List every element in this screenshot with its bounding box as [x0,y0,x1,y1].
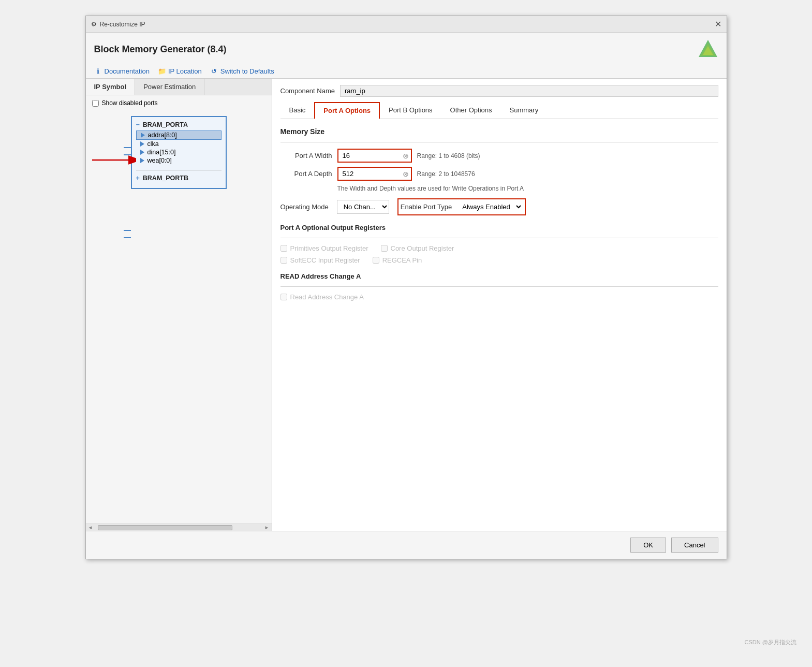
enable-port-wrapper: Enable Port Type Always Enabled Use ENA … [397,198,526,215]
memory-size-title: Memory Size [280,127,718,136]
regcea-pin[interactable]: REGCEA Pin [373,256,422,264]
port-a-width-label: Port A Width [280,152,332,160]
regcea-pin-label: REGCEA Pin [382,256,422,264]
ip-symbol-area: − BRAM_PORTA addra[8:0] clka [86,111,272,524]
right-panel: Component Name Basic Port A Options Port… [272,79,727,531]
port-wea[interactable]: wea[0:0] [136,156,222,165]
enable-port-type-select[interactable]: Always Enabled Use ENA Pin [456,200,523,213]
ok-button[interactable]: OK [630,538,666,553]
port-a-width-clear[interactable]: ⊗ [401,152,411,160]
bram-porta-label: BRAM_PORTA [143,121,188,128]
watermark: CSDN @岁月指尖流 [745,639,796,646]
wea-arrow [140,158,144,163]
core-output-register-label: Core Output Register [391,244,454,252]
read-address-change-a-label: Read Address Change A [290,293,364,301]
softecc-input-register-label: SoftECC Input Register [290,256,360,264]
tab-port-a-options[interactable]: Port A Options [314,102,380,119]
port-addra[interactable]: addra[8:0] [136,130,222,140]
port-a-depth-input[interactable] [338,168,401,180]
clka-label: clka [147,140,159,148]
app-title: Block Memory Generator (8.4) [94,44,227,55]
port-a-width-range: Range: 1 to 4608 (bits) [417,152,480,160]
port-clka[interactable]: clka [136,140,222,148]
refresh-icon: ↺ [210,67,218,75]
operating-mode-select[interactable]: No Chan... Read First Write First [337,200,389,214]
port-a-depth-input-wrapper: ⊗ [337,167,412,181]
tab-basic[interactable]: Basic [280,102,315,119]
show-disabled-row: Show disabled ports [86,95,272,111]
dina-arrow [140,150,144,155]
port-a-depth-clear[interactable]: ⊗ [401,170,411,178]
read-address-title: READ Address Change A [280,272,718,280]
primitives-output-register[interactable]: Primitives Output Register [280,244,368,252]
softecc-input-register[interactable]: SoftECC Input Register [280,256,360,264]
read-address-change-a[interactable]: Read Address Change A [280,293,364,301]
switch-defaults-button[interactable]: ↺ Switch to Defaults [210,67,274,75]
main-content: IP Symbol Power Estimation Show disabled… [86,79,727,531]
addra-label: addra[8:0] [148,132,177,139]
tab-power-estimation[interactable]: Power Estimation [135,79,204,95]
port-a-width-input[interactable] [338,150,401,162]
checkbox-row-2: SoftECC Input Register REGCEA Pin [280,256,718,264]
component-name-row: Component Name [280,85,718,97]
toolbar: ℹ Documentation 📁 IP Location ↺ Switch t… [86,64,727,79]
porta-collapse-icon[interactable]: − [136,121,140,128]
field-note: The Width and Depth values are used for … [337,185,718,192]
show-disabled-checkbox[interactable] [92,100,99,107]
optional-registers-title: Port A Optional Output Registers [280,224,718,231]
port-dina[interactable]: dina[15:0] [136,148,222,156]
operating-mode-label: Operating Mode [280,203,329,211]
show-disabled-label: Show disabled ports [102,99,158,107]
component-name-input[interactable] [340,85,718,97]
addra-arrow [141,133,145,138]
left-panel: IP Symbol Power Estimation Show disabled… [86,79,272,531]
tab-summary[interactable]: Summary [501,102,548,119]
primitives-output-register-label: Primitives Output Register [290,244,368,252]
port-a-depth-range: Range: 2 to 1048576 [417,170,475,178]
read-address-row: Read Address Change A [280,293,718,301]
xilinx-logo [698,39,718,60]
scrollbar[interactable]: ◄ ► [86,524,272,531]
operating-row: Operating Mode No Chan... Read First Wri… [280,198,718,215]
clka-arrow [140,141,144,147]
window-icon: ⚙ [91,21,97,28]
port-a-width-row: Port A Width ⊗ Range: 1 to 4608 (bits) [280,149,718,163]
close-button[interactable]: ✕ [715,19,721,29]
port-a-depth-label: Port A Depth [280,170,332,178]
tab-ip-symbol[interactable]: IP Symbol [86,79,136,95]
bram-block: − BRAM_PORTA addra[8:0] clka [131,116,227,189]
core-output-register[interactable]: Core Output Register [381,244,454,252]
port-a-width-input-wrapper: ⊗ [337,149,412,163]
cancel-button[interactable]: Cancel [671,538,718,553]
port-a-depth-row: Port A Depth ⊗ Range: 2 to 1048576 [280,167,718,181]
title-bar-text: Re-customize IP [100,21,145,28]
enable-port-type-label: Enable Port Type [401,203,452,211]
folder-icon: 📁 [158,67,166,75]
checkbox-row-1: Primitives Output Register Core Output R… [280,244,718,252]
component-name-label: Component Name [280,87,335,95]
info-icon: ℹ [94,67,102,75]
portb-expand-icon[interactable]: + [136,175,140,182]
ip-location-button[interactable]: 📁 IP Location [158,67,202,75]
tab-port-b-options[interactable]: Port B Options [380,102,441,119]
bram-portb-label: BRAM_PORTB [143,175,188,182]
left-tabs: IP Symbol Power Estimation [86,79,272,95]
red-arrow [90,144,136,165]
wea-label: wea[0:0] [147,157,172,164]
tab-other-options[interactable]: Other Options [441,102,501,119]
documentation-button[interactable]: ℹ Documentation [94,67,150,75]
bottom-bar: OK Cancel [86,531,727,559]
title-bar: ⚙ Re-customize IP ✕ [86,16,727,33]
tab-content: Memory Size Port A Width ⊗ Range: 1 to 4… [280,119,718,525]
window-header: Block Memory Generator (8.4) [86,33,727,64]
tabs-row: Basic Port A Options Port B Options Othe… [280,102,718,119]
dina-label: dina[15:0] [147,149,176,156]
